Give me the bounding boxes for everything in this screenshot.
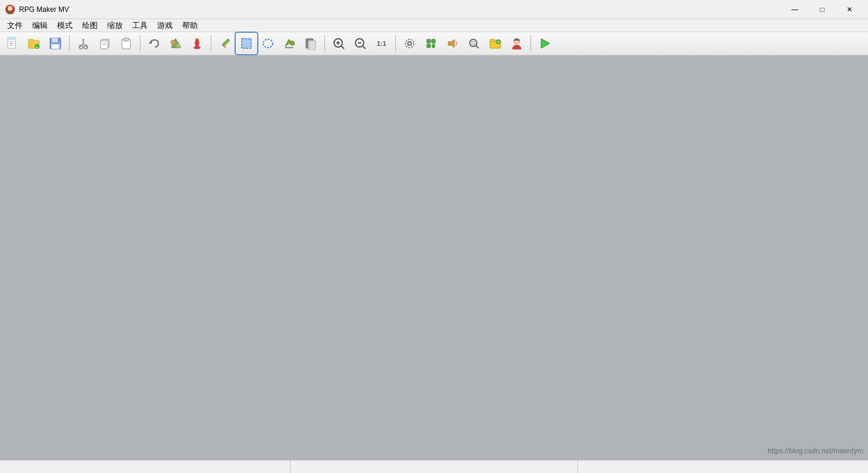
svg-rect-4 <box>8 38 15 40</box>
svg-rect-63 <box>490 39 495 42</box>
character-place-button[interactable] <box>187 33 207 54</box>
svg-point-61 <box>472 41 475 45</box>
svg-rect-14 <box>52 38 58 42</box>
undo-button[interactable] <box>144 33 164 54</box>
status-section-2 <box>291 460 579 473</box>
svg-rect-54 <box>427 39 430 43</box>
plugins-button[interactable] <box>421 33 441 54</box>
cut-button[interactable] <box>73 33 93 54</box>
svg-point-52 <box>408 42 411 45</box>
svg-point-32 <box>171 40 176 45</box>
resource-folder-button[interactable]: + <box>485 33 505 54</box>
zoom-in-button[interactable] <box>329 33 349 54</box>
separator-4 <box>324 35 325 52</box>
new-button[interactable] <box>2 33 23 54</box>
menu-help[interactable]: 帮助 <box>177 19 202 32</box>
separator-2 <box>140 35 140 52</box>
paste-button[interactable] <box>116 33 136 54</box>
sound-button[interactable] <box>442 33 463 54</box>
svg-point-1 <box>8 6 13 11</box>
copy-button[interactable] <box>95 33 115 54</box>
search-resource-button[interactable] <box>464 33 484 54</box>
svg-text:+: + <box>497 40 499 44</box>
ellipse-select-button[interactable] <box>258 33 278 54</box>
svg-marker-39 <box>224 46 226 48</box>
play-button[interactable] <box>535 33 555 54</box>
svg-point-41 <box>263 39 273 48</box>
svg-rect-16 <box>53 45 58 48</box>
svg-point-53 <box>405 39 414 48</box>
fill-button[interactable] <box>279 33 299 54</box>
svg-rect-44 <box>308 41 316 50</box>
svg-rect-56 <box>427 44 430 48</box>
watermark: https://blog.csdn.net/maerdym <box>767 447 863 455</box>
menu-draw[interactable]: 绘图 <box>77 19 102 32</box>
menu-edit[interactable]: 编辑 <box>27 19 52 32</box>
svg-rect-40 <box>242 39 251 48</box>
menu-bar: 文件 编辑 模式 绘图 缩放 工具 游戏 帮助 <box>0 19 868 32</box>
zoom-reset-button[interactable]: 1:1 <box>371 33 392 54</box>
svg-rect-57 <box>433 43 435 45</box>
menu-tools[interactable]: 工具 <box>127 19 152 32</box>
toolbar: + <box>0 32 868 56</box>
save-button[interactable] <box>45 33 65 54</box>
app-icon <box>5 4 15 15</box>
minimize-button[interactable]: — <box>781 0 808 19</box>
svg-text:+: + <box>36 45 38 49</box>
app-title: RPG Maker MV <box>19 5 781 14</box>
maximize-button[interactable]: □ <box>808 0 836 19</box>
svg-line-60 <box>476 45 479 48</box>
svg-rect-38 <box>222 39 230 46</box>
menu-file[interactable]: 文件 <box>2 19 27 32</box>
svg-line-51 <box>363 46 366 49</box>
settings-button[interactable] <box>399 33 420 54</box>
menu-scale[interactable]: 缩放 <box>102 19 127 32</box>
menu-game[interactable]: 游戏 <box>152 19 177 32</box>
svg-rect-55 <box>432 39 435 43</box>
rect-select-button[interactable] <box>236 33 257 54</box>
main-canvas-area[interactable]: https://blog.csdn.net/maerdym <box>0 56 868 460</box>
menu-mode[interactable]: 模式 <box>52 19 77 32</box>
svg-rect-2 <box>8 11 13 13</box>
window-controls: — □ ✕ <box>781 0 863 19</box>
shadow-button[interactable] <box>301 33 321 54</box>
svg-point-37 <box>196 38 198 39</box>
status-section-1 <box>2 460 291 473</box>
pencil-button[interactable] <box>215 33 235 54</box>
svg-marker-67 <box>541 39 549 48</box>
open-button[interactable]: + <box>24 33 44 54</box>
zoom-reset-label: 1:1 <box>377 40 386 47</box>
svg-line-48 <box>341 46 344 49</box>
close-button[interactable]: ✕ <box>836 0 863 19</box>
svg-rect-28 <box>124 38 129 41</box>
separator-6 <box>530 35 531 52</box>
status-bar <box>0 460 868 473</box>
separator-1 <box>69 35 70 52</box>
svg-marker-58 <box>448 39 454 48</box>
zoom-out-button[interactable] <box>350 33 370 54</box>
separator-5 <box>395 35 396 52</box>
character-editor-button[interactable] <box>507 33 527 54</box>
terrain-button[interactable] <box>166 33 186 54</box>
title-bar: RPG Maker MV — □ ✕ <box>0 0 868 19</box>
status-section-3 <box>578 460 866 473</box>
separator-3 <box>211 35 211 52</box>
